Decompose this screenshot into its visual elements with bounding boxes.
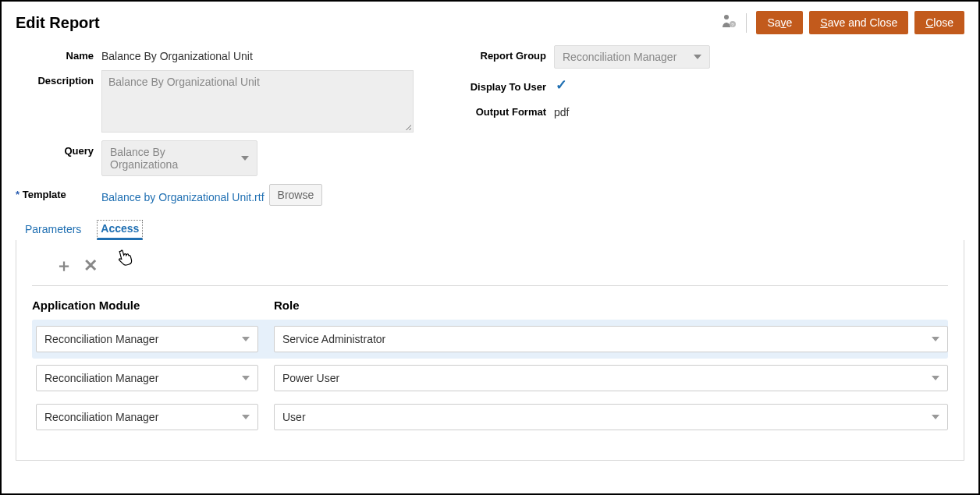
query-label: Query — [16, 140, 101, 157]
display-to-user-label: Display To User — [453, 76, 554, 93]
column-header-module: Application Module — [32, 299, 266, 312]
column-header-role: Role — [266, 299, 948, 312]
page-title: Edit Report — [16, 14, 100, 32]
template-link[interactable]: Balance by Organizational Unit.rtf — [101, 186, 265, 203]
template-label: Template — [16, 184, 101, 200]
chevron-down-icon — [241, 156, 249, 161]
table-row[interactable]: Reconciliation Manager User — [32, 398, 948, 437]
module-select[interactable]: Reconciliation Manager — [36, 404, 258, 430]
chevron-down-icon — [242, 337, 250, 341]
role-value: User — [282, 411, 306, 423]
chevron-down-icon — [932, 415, 939, 419]
table-row[interactable]: Reconciliation Manager Power User — [32, 359, 948, 398]
add-icon[interactable]: ＋ — [55, 257, 73, 274]
save-and-close-button[interactable]: Save and Close — [809, 11, 908, 34]
description-field[interactable]: Balance By Organizational Unit — [101, 70, 414, 133]
user-help-icon[interactable]: ? — [721, 13, 747, 33]
query-value: Balance By Organizationa — [110, 146, 235, 171]
chevron-down-icon — [242, 415, 250, 419]
svg-point-0 — [724, 15, 729, 19]
output-format-value: pdf — [554, 101, 569, 118]
chevron-down-icon — [694, 55, 701, 59]
chevron-down-icon — [932, 376, 939, 380]
tab-parameters[interactable]: Parameters — [23, 220, 83, 240]
name-label: Name — [16, 45, 101, 62]
browse-button[interactable]: Browse — [269, 184, 323, 206]
module-value: Reconciliation Manager — [44, 372, 158, 384]
save-button[interactable]: Save — [756, 11, 803, 34]
chevron-down-icon — [932, 337, 939, 341]
role-value: Service Administrator — [282, 333, 385, 345]
display-to-user-check-icon[interactable]: ✓ — [554, 76, 567, 94]
role-select[interactable]: Service Administrator — [274, 326, 948, 352]
module-select[interactable]: Reconciliation Manager — [36, 365, 258, 391]
module-value: Reconciliation Manager — [44, 411, 158, 423]
close-button[interactable]: Close — [914, 11, 964, 34]
module-value: Reconciliation Manager — [44, 333, 158, 345]
table-row[interactable]: Reconciliation Manager Service Administr… — [32, 320, 948, 359]
name-value: Balance By Organizational Unit — [101, 45, 253, 62]
role-select[interactable]: User — [274, 404, 948, 430]
delete-icon[interactable]: ✕ — [83, 257, 98, 274]
report-group-select[interactable]: Reconciliation Manager — [554, 45, 710, 69]
chevron-down-icon — [242, 376, 250, 380]
description-label: Description — [16, 70, 101, 87]
query-select[interactable]: Balance By Organizationa — [101, 140, 257, 176]
report-group-label: Report Group — [453, 45, 554, 62]
report-group-value: Reconciliation Manager — [563, 51, 676, 63]
access-panel: ＋ ✕ Application Module Role Reconciliati… — [16, 240, 964, 461]
module-select[interactable]: Reconciliation Manager — [36, 326, 258, 352]
role-select[interactable]: Power User — [274, 365, 948, 391]
role-value: Power User — [282, 372, 339, 384]
tab-access[interactable]: Access — [97, 220, 143, 240]
output-format-label: Output Format — [453, 101, 554, 118]
